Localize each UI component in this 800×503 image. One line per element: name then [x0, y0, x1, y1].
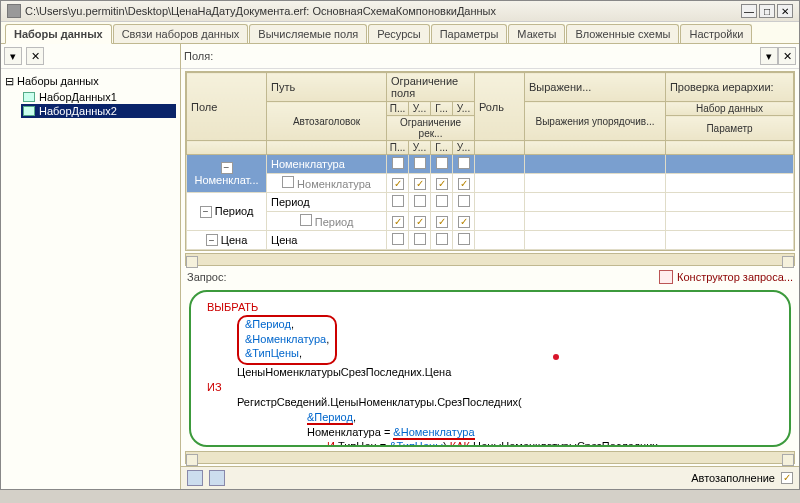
- checkbox[interactable]: [458, 216, 470, 228]
- expand-icon[interactable]: −: [221, 162, 233, 174]
- sub2-u[interactable]: У...: [409, 141, 431, 155]
- table-row[interactable]: − Период Период: [187, 193, 794, 212]
- disk-icon-2[interactable]: [209, 470, 225, 486]
- col-param[interactable]: Параметр: [665, 116, 793, 141]
- title-bar: C:\Users\yu.permitin\Desktop\ЦенаНаДатуД…: [1, 1, 799, 22]
- col-nabor[interactable]: Набор данных: [665, 102, 793, 116]
- param-tip: &ТипЦены: [245, 347, 299, 359]
- field-price: ЦеныНоменклатурыСрезПоследних.Цена: [237, 366, 451, 378]
- col-pole[interactable]: Поле: [187, 73, 267, 141]
- window-title: C:\Users\yu.permitin\Desktop\ЦенаНаДатуД…: [25, 5, 741, 17]
- checkbox[interactable]: [414, 216, 426, 228]
- add-field-button[interactable]: ▾: [760, 47, 778, 65]
- sub2-u2[interactable]: У...: [453, 141, 475, 155]
- col-avto[interactable]: Автозаголовок: [267, 102, 387, 141]
- checkbox[interactable]: [436, 216, 448, 228]
- checkbox[interactable]: [392, 233, 404, 245]
- fields-grid[interactable]: Поле Путь Ограничение поля Роль Выражени…: [185, 71, 795, 251]
- kw-from: ИЗ: [207, 381, 222, 393]
- table-icon: [23, 106, 35, 116]
- tree-item-dataset1[interactable]: НаборДанных1: [21, 90, 176, 104]
- nomen-eq: Номенклатура =: [307, 426, 393, 438]
- table-row[interactable]: Период: [187, 212, 794, 231]
- remove-dataset-button[interactable]: ✕: [26, 47, 44, 65]
- checkbox[interactable]: [414, 195, 426, 207]
- checkbox[interactable]: [392, 157, 404, 169]
- checkbox[interactable]: [436, 233, 448, 245]
- autofill-label: Автозаполнение: [691, 472, 775, 484]
- tree-item-label: НаборДанных1: [39, 91, 117, 103]
- tab-datasets[interactable]: Наборы данных: [5, 24, 112, 44]
- checkbox[interactable]: [300, 214, 312, 226]
- param-period2: &Период: [307, 411, 353, 425]
- sub-p[interactable]: П...: [387, 102, 409, 116]
- col-put[interactable]: Путь: [267, 73, 387, 102]
- checkbox[interactable]: [458, 178, 470, 190]
- tree-item-dataset2[interactable]: НаборДанных2: [21, 104, 176, 118]
- tab-nested[interactable]: Вложенные схемы: [566, 24, 679, 43]
- checkbox[interactable]: [436, 157, 448, 169]
- kw-select: ВЫБРАТЬ: [207, 301, 258, 313]
- col-prov[interactable]: Проверка иерархии:: [665, 73, 793, 102]
- checkbox[interactable]: [414, 233, 426, 245]
- checkbox[interactable]: [458, 233, 470, 245]
- table-row[interactable]: − Цена Цена: [187, 231, 794, 250]
- app-icon: [7, 4, 21, 18]
- cell-put[interactable]: Номенклатура: [267, 155, 387, 174]
- table-row[interactable]: − Номенклат... Номенклатура: [187, 155, 794, 174]
- query-constructor-label: Конструктор запроса...: [677, 271, 793, 283]
- sub2-g[interactable]: Г...: [431, 141, 453, 155]
- col-vyraz-upor[interactable]: Выражения упорядочив...: [525, 102, 666, 141]
- sub-u2[interactable]: У...: [453, 102, 475, 116]
- param-nomen: &Номенклатура: [245, 333, 326, 345]
- disk-icon[interactable]: [187, 470, 203, 486]
- cell-put[interactable]: Цена: [267, 231, 387, 250]
- param-period: &Период: [245, 318, 291, 330]
- tab-parameters[interactable]: Параметры: [431, 24, 508, 43]
- checkbox[interactable]: [392, 195, 404, 207]
- tab-resources[interactable]: Ресурсы: [368, 24, 429, 43]
- query-text[interactable]: ВЫБРАТЬ &Период, &Номенклатура, &ТипЦены…: [189, 290, 791, 447]
- tab-layouts[interactable]: Макеты: [508, 24, 565, 43]
- col-rol[interactable]: Роль: [475, 73, 525, 141]
- expand-icon[interactable]: −: [206, 234, 218, 246]
- tree-root[interactable]: ⊟ Наборы данных: [5, 73, 176, 90]
- checkbox[interactable]: [282, 176, 294, 188]
- sidebar: ▾ ✕ ⊟ Наборы данных НаборДанных1 НаборДа…: [1, 44, 181, 489]
- checkbox[interactable]: [458, 195, 470, 207]
- grid-hscroll[interactable]: [185, 253, 795, 266]
- checkbox[interactable]: [392, 216, 404, 228]
- close-button[interactable]: ✕: [777, 4, 793, 18]
- reg-source: РегистрСведений.ЦеныНоменклатуры.СрезПос…: [237, 396, 522, 408]
- tab-links[interactable]: Связи наборов данных: [113, 24, 249, 43]
- checkbox[interactable]: [414, 157, 426, 169]
- autofill-checkbox[interactable]: [781, 472, 793, 484]
- sub-u[interactable]: У...: [409, 102, 431, 116]
- sub-g[interactable]: Г...: [431, 102, 453, 116]
- col-ogr-polya[interactable]: Ограничение поля: [387, 73, 475, 102]
- query-constructor-button[interactable]: Конструктор запроса...: [659, 270, 793, 284]
- alias: ЦеныНоменклатурыСрезПоследних: [473, 440, 658, 447]
- cell-avto: Период: [315, 216, 354, 228]
- table-row[interactable]: Номенклатура: [187, 174, 794, 193]
- minimize-button[interactable]: —: [741, 4, 757, 18]
- col-ogr-rek[interactable]: Ограничение рек...: [387, 116, 475, 141]
- sub2-p[interactable]: П...: [387, 141, 409, 155]
- checkbox[interactable]: [392, 178, 404, 190]
- cell-put[interactable]: Период: [267, 193, 387, 212]
- tab-calcfields[interactable]: Вычисляемые поля: [249, 24, 367, 43]
- query-hscroll[interactable]: [185, 451, 795, 464]
- remove-field-button[interactable]: ✕: [778, 47, 796, 65]
- maximize-button[interactable]: □: [759, 4, 775, 18]
- checkbox[interactable]: [458, 157, 470, 169]
- tab-settings[interactable]: Настройки: [680, 24, 752, 43]
- checkbox[interactable]: [436, 178, 448, 190]
- expand-icon[interactable]: −: [200, 206, 212, 218]
- col-vyraz[interactable]: Выражени...: [525, 73, 666, 102]
- sidebar-toolbar: ▾ ✕: [1, 44, 180, 69]
- checkbox[interactable]: [436, 195, 448, 207]
- checkbox[interactable]: [414, 178, 426, 190]
- tree-item-label: НаборДанных2: [39, 105, 117, 117]
- main-tabs: Наборы данных Связи наборов данных Вычис…: [1, 22, 799, 44]
- add-dataset-button[interactable]: ▾: [4, 47, 22, 65]
